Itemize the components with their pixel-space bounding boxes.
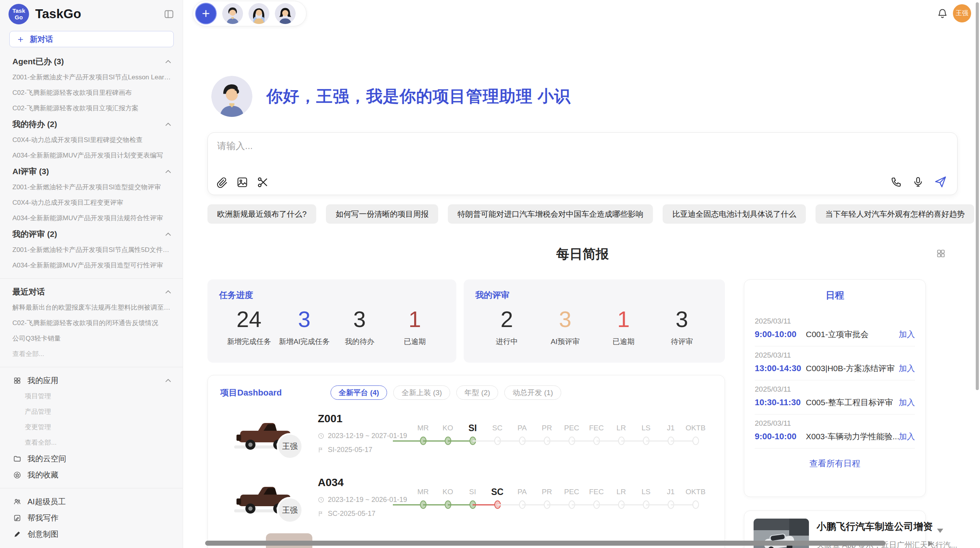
dashboard-title: 项目Dashboard bbox=[220, 387, 282, 399]
dashboard-header: 项目Dashboard 全新平台 (4)全新上装 (3)年型 (2)动总开发 (… bbox=[220, 385, 561, 400]
scroll-right-arrow-icon[interactable] bbox=[928, 541, 933, 546]
phone-icon[interactable] bbox=[891, 176, 902, 188]
sidebar-item[interactable]: C02-飞腾新能源轻客改款项目立项汇报方案 bbox=[0, 101, 183, 116]
vertical-scrollbar[interactable] bbox=[976, 2, 979, 390]
recent-chat-items: 解释最新出台的欧盟报废车法规再生塑料比例被调至15%...C02-飞腾新能源轻客… bbox=[0, 300, 183, 346]
join-link[interactable]: 加入 bbox=[899, 397, 915, 408]
suggestion-chip[interactable]: 欧洲新规最近颁布了什么? bbox=[207, 204, 316, 224]
schedule-time: 13:00-14:30 bbox=[755, 363, 806, 373]
milestone: SI bbox=[460, 423, 485, 448]
schedule-time: 10:30-11:30 bbox=[755, 397, 806, 408]
sidebar-item[interactable]: Z001-全新燃油轻卡产品开发项目SI节点属性5D文件评审 bbox=[0, 242, 183, 258]
write-icon bbox=[13, 514, 21, 522]
assistant-avatar[interactable] bbox=[275, 3, 296, 24]
layout-grid-icon[interactable] bbox=[936, 248, 946, 259]
milestone: PA bbox=[510, 423, 535, 448]
mic-icon[interactable] bbox=[912, 176, 924, 188]
assistant-avatar[interactable] bbox=[248, 3, 269, 24]
recent-chat-item[interactable]: 公司Q3轻卡销量 bbox=[0, 331, 183, 346]
section-recent-chats[interactable]: 最近对话 bbox=[0, 284, 183, 300]
milestone-track: MR KO SI SC PA bbox=[411, 486, 708, 512]
user-avatar[interactable]: 王强 bbox=[953, 4, 971, 22]
milestone: SI bbox=[460, 486, 485, 512]
app-item[interactable]: 项目管理 bbox=[0, 389, 183, 404]
project-code: A034 bbox=[318, 476, 344, 489]
chevron-up-icon bbox=[165, 379, 171, 382]
app-item[interactable]: 产品管理 bbox=[0, 404, 183, 420]
recent-view-all[interactable]: 查看全部... bbox=[0, 346, 183, 362]
schedule-item: 2025/03/11 9:00-10:00 X003-车辆动力学性能验... 加… bbox=[755, 414, 915, 449]
assistant-avatar[interactable] bbox=[222, 3, 243, 24]
section-my-todo[interactable]: 我的待办 (2) bbox=[0, 116, 183, 132]
filter-chip[interactable]: 全新平台 (4) bbox=[331, 385, 387, 400]
filter-chip[interactable]: 年型 (2) bbox=[456, 385, 499, 400]
schedule-card: 日程 2025/03/11 9:00-10:00 C001-立项审批会 加入 2… bbox=[744, 279, 926, 497]
stat-value: 1 bbox=[595, 305, 653, 334]
filter-chip[interactable]: 动总开发 (1) bbox=[504, 385, 561, 400]
paperclip-icon[interactable] bbox=[216, 176, 228, 188]
cloud-folder-icon bbox=[13, 455, 21, 463]
chat-input[interactable] bbox=[217, 140, 759, 163]
stat-label: 新增AI完成任务 bbox=[277, 337, 332, 347]
plus-icon bbox=[201, 9, 211, 19]
new-chat-button[interactable]: ＋ 新对话 bbox=[9, 31, 174, 47]
image-icon[interactable] bbox=[236, 176, 248, 188]
notification-bell-icon[interactable] bbox=[937, 8, 948, 19]
suggestion-chip[interactable]: 如何写一份清晰的项目周报 bbox=[326, 204, 438, 224]
stat-label: 已逾期 bbox=[387, 337, 442, 347]
section-my-todo-items: C0X4-动力总成开发项目SI里程碑提交物检查A034-全新新能源MUV产品开发… bbox=[0, 132, 183, 163]
section-ai-review[interactable]: AI评审 (3) bbox=[0, 163, 183, 180]
sidebar-item[interactable]: Z001-全新燃油轻卡产品开发项目SI造型提交物评审 bbox=[0, 180, 183, 195]
sidebar-item[interactable]: A034-全新新能源MUV产品开发项目法规符合性评审 bbox=[0, 211, 183, 226]
suggestion-chip[interactable]: 当下年轻人对汽车外观有怎样的喜好趋势 bbox=[816, 204, 974, 224]
send-icon[interactable] bbox=[934, 175, 947, 188]
apps-view-all[interactable]: 查看全部... bbox=[0, 435, 183, 450]
sidebar-item-ai-employee[interactable]: AI超级员工 bbox=[0, 493, 183, 510]
chevron-up-icon bbox=[165, 123, 171, 126]
project-owner-badge: 王强 bbox=[277, 497, 303, 523]
schedule-list: 2025/03/11 9:00-10:00 C001-立项审批会 加入 2025… bbox=[755, 312, 915, 449]
sidebar-item-creative-draw[interactable]: 创意制图 bbox=[0, 526, 183, 542]
card-title: 我的评审 bbox=[475, 289, 713, 301]
recent-chat-item[interactable]: 解释最新出台的欧盟报废车法规再生塑料比例被调至15%... bbox=[0, 300, 183, 315]
scroll-down-arrow-icon[interactable] bbox=[937, 529, 943, 533]
app-item[interactable]: 变更管理 bbox=[0, 420, 183, 435]
milestone-track: MR KO SI SC PA bbox=[411, 423, 708, 448]
sidebar-item[interactable]: Z001-全新燃油皮卡产品开发项目SI节点Lesson Learn报告 bbox=[0, 70, 183, 85]
section-my-review[interactable]: 我的评审 (2) bbox=[0, 226, 183, 242]
sidebar-item[interactable]: C0X4-动力总成开发项目工程变更评审 bbox=[0, 195, 183, 211]
schedule-date: 2025/03/11 bbox=[755, 385, 915, 394]
sidebar-toggle-icon[interactable] bbox=[164, 9, 174, 19]
sidebar-item-cloud-space[interactable]: 我的云空间 bbox=[0, 450, 183, 467]
view-all-schedule-link[interactable]: 查看所有日程 bbox=[755, 458, 915, 469]
milestone: J1 bbox=[658, 486, 683, 512]
filter-chip[interactable]: 全新上装 (3) bbox=[393, 385, 450, 400]
sidebar-item-favorites[interactable]: 我的收藏 bbox=[0, 467, 183, 483]
section-agent-done[interactable]: Agent已办 (3) bbox=[0, 53, 183, 70]
sidebar-item[interactable]: C0X4-动力总成开发项目SI里程碑提交物检查 bbox=[0, 132, 183, 148]
app-logo: Task Go bbox=[9, 4, 29, 24]
sidebar-item-write-helper[interactable]: 帮我写作 bbox=[0, 510, 183, 526]
horizontal-scrollbar[interactable] bbox=[205, 541, 886, 546]
sidebar-item[interactable]: A034-全新新能源MUV产品开发项目造型可行性评审 bbox=[0, 258, 183, 273]
project-dashboard-card: 项目Dashboard 全新平台 (4)全新上装 (3)年型 (2)动总开发 (… bbox=[207, 375, 725, 548]
add-session-button[interactable] bbox=[195, 3, 217, 24]
sidebar-item-my-apps[interactable]: 我的应用 bbox=[0, 372, 183, 389]
suggestion-chip[interactable]: 比亚迪全固态电池计划具体说了什么 bbox=[663, 204, 806, 224]
recent-chat-item[interactable]: C02-飞腾新能源轻客改款项目的闭环通告反馈情况 bbox=[0, 315, 183, 331]
sidebar-item[interactable]: C02-飞腾新能源轻客改款项目里程碑画布 bbox=[0, 85, 183, 101]
schedule-time: 9:00-10:00 bbox=[755, 329, 806, 339]
suggestion-chip[interactable]: 特朗普可能对进口汽车增税会对中国车企造成哪些影响 bbox=[448, 204, 653, 224]
milestone: PEC bbox=[559, 486, 584, 512]
composer-left-tools bbox=[216, 176, 269, 188]
join-link[interactable]: 加入 bbox=[899, 363, 915, 374]
join-link[interactable]: 加入 bbox=[899, 431, 915, 442]
milestone-dot bbox=[692, 437, 699, 445]
join-link[interactable]: 加入 bbox=[899, 329, 915, 340]
section-agent-done-items: Z001-全新燃油皮卡产品开发项目SI节点Lesson Learn报告C02-飞… bbox=[0, 70, 183, 116]
pen-icon bbox=[13, 530, 21, 538]
section-ai-review-items: Z001-全新燃油轻卡产品开发项目SI造型提交物评审C0X4-动力总成开发项目工… bbox=[0, 180, 183, 226]
sidebar-item[interactable]: A034-全新新能源MUV产品开发项目计划变更表编写 bbox=[0, 148, 183, 163]
scissors-icon[interactable] bbox=[257, 176, 269, 188]
milestone: FEC bbox=[584, 486, 609, 512]
